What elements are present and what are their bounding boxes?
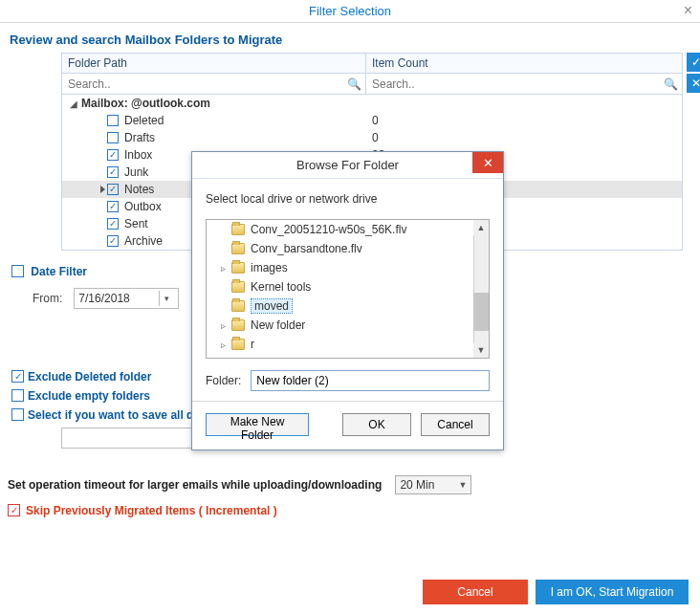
folder-checkbox[interactable] bbox=[107, 132, 119, 143]
dialog-close-button[interactable]: ✕ bbox=[472, 152, 503, 173]
skip-row[interactable]: Skip Previously Migrated Items ( Increme… bbox=[8, 504, 700, 517]
uncheck-all-button[interactable]: ✕ bbox=[687, 74, 700, 93]
dialog-item-label: New folder bbox=[251, 318, 305, 332]
dialog-titlebar[interactable]: Browse For Folder ✕ bbox=[192, 152, 503, 179]
expand-icon[interactable]: ▹ bbox=[218, 320, 228, 331]
timeout-label: Set operation timeout for larger emails … bbox=[8, 478, 382, 492]
cancel-button[interactable]: Cancel bbox=[423, 580, 528, 604]
dialog-tree-item[interactable]: ▹r bbox=[207, 335, 489, 354]
exclude-empty-checkbox[interactable] bbox=[11, 389, 24, 402]
folder-icon bbox=[231, 262, 245, 274]
timeout-select[interactable]: 20 Min ▼ bbox=[395, 475, 471, 494]
folder-icon bbox=[231, 281, 245, 293]
folder-label: Notes bbox=[124, 183, 154, 196]
expand-icon[interactable]: ▹ bbox=[218, 340, 228, 350]
chevron-down-icon[interactable]: ▾ bbox=[159, 291, 174, 306]
timeout-row: Set operation timeout for larger emails … bbox=[8, 475, 700, 494]
dialog-item-label: Conv_barsandtone.flv bbox=[251, 242, 362, 255]
scrollbar[interactable]: ▲ ▼ bbox=[473, 220, 489, 358]
window-title: Filter Selection bbox=[309, 4, 391, 18]
folder-checkbox[interactable] bbox=[107, 201, 119, 212]
dialog-subtitle: Select local drive or network drive bbox=[192, 179, 503, 211]
scroll-up-icon[interactable]: ▲ bbox=[473, 220, 489, 235]
mailbox-root-row[interactable]: ◢ Mailbox: @outlook.com bbox=[62, 95, 682, 112]
dialog-item-label: Conv_20051210-w50s_56K.flv bbox=[251, 223, 406, 236]
dialog-tree-item[interactable]: moved bbox=[207, 296, 489, 316]
search-icon[interactable]: 🔍 bbox=[664, 77, 678, 91]
collapse-icon[interactable]: ◢ bbox=[68, 99, 79, 109]
date-from-value: 7/16/2018 bbox=[78, 292, 129, 305]
item-count: 0 bbox=[366, 114, 682, 127]
folder-checkbox[interactable] bbox=[107, 235, 119, 247]
expand-icon[interactable]: ▹ bbox=[218, 263, 228, 274]
folder-icon bbox=[231, 319, 245, 331]
dialog-item-label: moved bbox=[251, 298, 293, 314]
dialog-item-label: r bbox=[251, 338, 254, 351]
grid-header: Folder Path Item Count bbox=[61, 53, 683, 74]
folder-checkbox[interactable] bbox=[107, 115, 119, 126]
skip-label: Skip Previously Migrated Items ( Increme… bbox=[26, 504, 277, 517]
timeout-value: 20 Min bbox=[400, 478, 434, 492]
footer-buttons: Cancel I am OK, Start Migration bbox=[423, 580, 689, 604]
chevron-down-icon[interactable]: ▼ bbox=[458, 480, 467, 490]
col-header-count[interactable]: Item Count bbox=[366, 54, 682, 73]
folder-icon bbox=[231, 339, 245, 350]
folder-label: Inbox bbox=[124, 148, 152, 162]
exclude-empty-label: Exclude empty folders bbox=[28, 389, 150, 403]
mailbox-label: Mailbox: @outlook.com bbox=[81, 97, 210, 110]
expand-icon[interactable] bbox=[100, 186, 105, 193]
folder-checkbox[interactable] bbox=[107, 218, 119, 230]
scroll-thumb[interactable] bbox=[473, 293, 489, 331]
folder-row[interactable]: Drafts0 bbox=[62, 129, 682, 146]
page-instructions: Review and search Mailbox Folders to Mig… bbox=[0, 23, 700, 53]
dialog-ok-button[interactable]: OK bbox=[342, 413, 411, 436]
scroll-down-icon[interactable]: ▼ bbox=[473, 342, 489, 358]
folder-icon bbox=[231, 300, 245, 312]
dialog-title: Browse For Folder bbox=[296, 158, 399, 172]
dialog-folder-tree[interactable]: Conv_20051210-w50s_56K.flvConv_barsandto… bbox=[206, 219, 490, 359]
folder-checkbox[interactable] bbox=[107, 184, 119, 195]
date-from-label: From: bbox=[33, 292, 62, 305]
col-header-folder[interactable]: Folder Path bbox=[62, 54, 366, 73]
dialog-item-label: images bbox=[251, 261, 288, 274]
date-from-input[interactable]: 7/16/2018 ▾ bbox=[74, 288, 179, 309]
date-filter-checkbox[interactable] bbox=[11, 265, 24, 277]
folder-label: Sent bbox=[124, 217, 148, 230]
check-all-button[interactable]: ✓ bbox=[687, 53, 700, 72]
item-count: 0 bbox=[366, 131, 682, 144]
close-icon[interactable]: × bbox=[684, 2, 692, 19]
folder-checkbox[interactable] bbox=[107, 149, 119, 161]
dialog-cancel-button[interactable]: Cancel bbox=[421, 413, 490, 436]
folder-icon bbox=[231, 224, 245, 235]
dialog-tree-item[interactable]: Kernel tools bbox=[207, 277, 489, 296]
folder-label: Junk bbox=[124, 165, 148, 179]
folder-search-input[interactable] bbox=[66, 77, 343, 92]
exclude-deleted-checkbox[interactable] bbox=[11, 370, 24, 383]
folder-icon bbox=[231, 243, 245, 254]
search-icon[interactable]: 🔍 bbox=[347, 77, 361, 91]
start-migration-button[interactable]: I am OK, Start Migration bbox=[536, 580, 689, 604]
grid-search-row: 🔍 🔍 bbox=[61, 74, 683, 95]
dialog-item-label: Kernel tools bbox=[251, 280, 311, 294]
folder-label: Deleted bbox=[124, 114, 164, 127]
dialog-tree-item[interactable]: ▹New folder bbox=[207, 316, 489, 335]
folder-checkbox[interactable] bbox=[107, 166, 119, 178]
dialog-tree-item[interactable]: Conv_20051210-w50s_56K.flv bbox=[207, 220, 489, 239]
dialog-folder-row: Folder: bbox=[192, 359, 503, 391]
dialog-folder-input[interactable] bbox=[251, 370, 490, 391]
count-search-input[interactable] bbox=[370, 77, 660, 92]
folder-label: Drafts bbox=[124, 131, 155, 144]
make-new-folder-button[interactable]: Make New Folder bbox=[206, 413, 309, 436]
skip-checkbox[interactable] bbox=[8, 504, 20, 516]
browse-folder-dialog: Browse For Folder ✕ Select local drive o… bbox=[191, 151, 504, 450]
folder-row[interactable]: Deleted0 bbox=[62, 112, 682, 129]
save-all-checkbox[interactable] bbox=[11, 408, 24, 421]
save-all-label: Select if you want to save all data bbox=[28, 408, 210, 422]
side-buttons: ✓ ✕ bbox=[687, 53, 700, 95]
folder-label: Outbox bbox=[124, 200, 162, 213]
window-header: Filter Selection × bbox=[0, 0, 700, 23]
dialog-tree-item[interactable]: Conv_barsandtone.flv bbox=[207, 239, 489, 258]
dialog-folder-label: Folder: bbox=[206, 374, 241, 387]
date-filter-label: Date Filter bbox=[31, 265, 87, 278]
dialog-tree-item[interactable]: ▹images bbox=[207, 258, 489, 277]
